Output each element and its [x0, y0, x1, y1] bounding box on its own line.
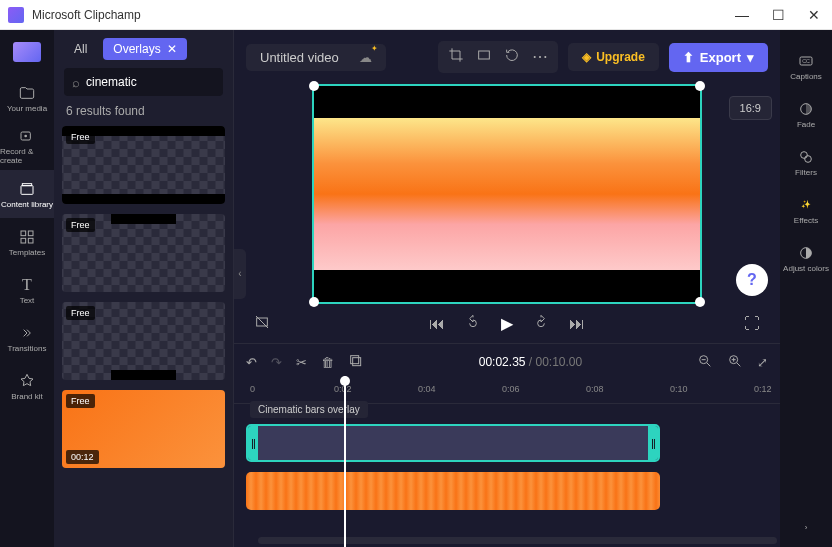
export-icon: ⬆ — [683, 50, 694, 65]
skip-back-icon[interactable]: ⏮ — [429, 315, 445, 333]
horizontal-scrollbar[interactable] — [258, 537, 777, 544]
sidebar: All Overlays ✕ ⌕ ✕ 6 results found Free … — [54, 30, 234, 547]
search-icon: ⌕ — [72, 75, 80, 90]
left-rail: Your media Record & create Content libra… — [0, 30, 54, 547]
svg-rect-2 — [21, 185, 33, 194]
tab-all[interactable]: All — [64, 38, 97, 60]
crop-icon[interactable] — [448, 47, 464, 67]
rail-filters[interactable]: Filters — [779, 138, 832, 186]
playhead[interactable] — [344, 376, 346, 547]
tab-overlays[interactable]: Overlays ✕ — [103, 38, 186, 60]
rail-captions[interactable]: CC Captions — [779, 42, 832, 90]
app-title: Microsoft Clipchamp — [32, 8, 732, 22]
app-icon — [8, 7, 24, 23]
filters-icon — [797, 148, 815, 166]
svg-rect-4 — [21, 231, 26, 236]
cloud-sync-icon[interactable]: ☁✦ — [359, 50, 372, 65]
video-track[interactable] — [246, 472, 660, 510]
rail-record[interactable]: Record & create — [0, 122, 54, 170]
svg-rect-7 — [28, 238, 33, 243]
forward-icon[interactable] — [533, 314, 549, 334]
rail-your-media[interactable]: Your media — [0, 74, 54, 122]
topbar: Untitled video ☁✦ ⋯ ◈ Upgrade ⬆ Export ▾ — [234, 30, 780, 84]
titlebar: Microsoft Clipchamp — ☐ ✕ — [0, 0, 832, 30]
video-canvas[interactable] — [312, 84, 702, 304]
search-box[interactable]: ⌕ ✕ — [64, 68, 223, 96]
rewind-icon[interactable] — [465, 314, 481, 334]
play-button[interactable]: ▶ — [501, 314, 513, 333]
library-icon — [18, 180, 36, 198]
result-item[interactable]: Free — [62, 214, 225, 292]
rail-content-library[interactable]: Content library — [0, 170, 54, 218]
timeline: ↶ ↷ ✂ 🗑 00:02.35 / 00:10.00 ⤢ 0 0:02 0:0… — [234, 343, 780, 547]
minimize-button[interactable]: — — [732, 7, 752, 23]
rail-collapse[interactable]: › — [779, 507, 832, 547]
results-list[interactable]: Free Free Free Free 00:12 — [54, 126, 233, 547]
brand-icon — [18, 372, 36, 390]
window-controls: — ☐ ✕ — [732, 7, 824, 23]
clipchamp-logo[interactable] — [13, 42, 41, 62]
hide-overlay-icon[interactable] — [254, 314, 270, 334]
split-icon[interactable]: ✂ — [296, 355, 307, 370]
rail-transitions[interactable]: Transitions — [0, 314, 54, 362]
upgrade-button[interactable]: ◈ Upgrade — [568, 43, 659, 71]
svg-rect-12 — [351, 355, 359, 363]
result-item[interactable]: Free — [62, 126, 225, 204]
zoom-out-icon[interactable] — [697, 353, 713, 372]
zoom-fit-icon[interactable]: ⤢ — [757, 355, 768, 370]
tab-close-icon[interactable]: ✕ — [167, 42, 177, 56]
diamond-icon: ◈ — [582, 50, 591, 64]
overlay-track-label: Cinematic bars overlay — [250, 401, 368, 418]
result-item[interactable]: Free 00:12 — [62, 390, 225, 468]
svg-line-19 — [737, 363, 740, 366]
crop-tools: ⋯ — [438, 41, 558, 73]
rail-fade[interactable]: Fade — [779, 90, 832, 138]
record-icon — [18, 127, 36, 145]
rail-text[interactable]: T Text — [0, 266, 54, 314]
rotate-icon[interactable] — [504, 47, 520, 67]
effects-icon: ✨ — [797, 196, 815, 214]
search-input[interactable] — [86, 75, 236, 89]
rail-adjust-colors[interactable]: Adjust colors — [779, 234, 832, 282]
zoom-in-icon[interactable] — [727, 353, 743, 372]
fit-icon[interactable] — [476, 47, 492, 67]
result-item[interactable]: Free — [62, 302, 225, 380]
chevron-down-icon: ▾ — [747, 50, 754, 65]
delete-icon[interactable]: 🗑 — [321, 355, 334, 370]
templates-icon — [18, 228, 36, 246]
sidebar-collapse[interactable]: ‹ — [234, 249, 246, 299]
svg-rect-6 — [21, 238, 26, 243]
svg-rect-11 — [353, 357, 361, 365]
adjust-icon — [797, 244, 815, 262]
chevron-right-icon: › — [797, 518, 815, 536]
resize-handle-tl[interactable] — [309, 81, 319, 91]
fullscreen-icon[interactable]: ⛶ — [744, 315, 760, 333]
main-area: Untitled video ☁✦ ⋯ ◈ Upgrade ⬆ Export ▾ — [234, 30, 780, 547]
skip-forward-icon[interactable]: ⏭ — [569, 315, 585, 333]
rail-templates[interactable]: Templates — [0, 218, 54, 266]
help-button[interactable]: ? — [736, 264, 768, 296]
maximize-button[interactable]: ☐ — [768, 7, 788, 23]
export-button[interactable]: ⬆ Export ▾ — [669, 43, 768, 72]
svg-rect-3 — [22, 183, 31, 185]
rail-effects[interactable]: ✨ Effects — [779, 186, 832, 234]
undo-icon[interactable]: ↶ — [246, 355, 257, 370]
rail-brand-kit[interactable]: Brand kit — [0, 362, 54, 410]
video-frame — [314, 118, 700, 270]
timeline-tracks[interactable]: Cinematic bars overlay ǁ ǁ — [234, 404, 780, 547]
more-icon[interactable]: ⋯ — [532, 47, 548, 67]
overlay-track[interactable]: ǁ ǁ — [246, 424, 660, 462]
folder-icon — [18, 84, 36, 102]
close-button[interactable]: ✕ — [804, 7, 824, 23]
clip-handle-left[interactable]: ǁ — [248, 426, 258, 460]
resize-handle-tr[interactable] — [695, 81, 705, 91]
fade-icon — [797, 100, 815, 118]
clip-handle-right[interactable]: ǁ — [648, 426, 658, 460]
svg-rect-5 — [28, 231, 33, 236]
duplicate-icon[interactable] — [348, 353, 364, 372]
preview-area: 16:9 ? — [234, 84, 780, 304]
redo-icon[interactable]: ↷ — [271, 355, 282, 370]
aspect-ratio-badge[interactable]: 16:9 — [729, 96, 772, 120]
project-title[interactable]: Untitled video ☁✦ — [246, 44, 386, 71]
svg-rect-8 — [479, 51, 490, 59]
